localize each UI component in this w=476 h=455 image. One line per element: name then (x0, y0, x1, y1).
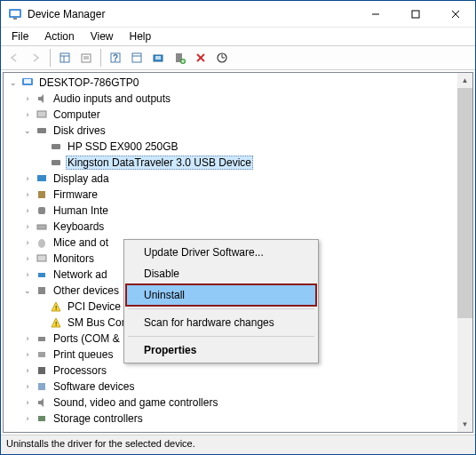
node-computer[interactable]: Computer (52, 108, 102, 121)
node-processors[interactable]: Processors (52, 364, 108, 377)
expand-icon[interactable]: › (21, 222, 34, 231)
menu-file[interactable]: File (4, 28, 36, 44)
collapse-icon[interactable]: ⌄ (21, 126, 34, 135)
vertical-scrollbar[interactable]: ▲ ▼ (457, 73, 472, 432)
expand-icon[interactable]: › (21, 94, 34, 103)
svg-rect-18 (155, 56, 161, 60)
menubar: File Action View Help (1, 28, 475, 45)
svg-rect-35 (37, 225, 46, 229)
window-title: Device Manager (28, 8, 355, 20)
scroll-down-button[interactable]: ▼ (457, 417, 472, 432)
node-mice[interactable]: Mice and ot (52, 236, 110, 249)
node-other[interactable]: Other devices (52, 284, 121, 297)
expand-icon[interactable]: › (21, 366, 34, 375)
collapse-icon[interactable]: ⌄ (21, 286, 34, 295)
menu-action[interactable]: Action (37, 28, 81, 44)
status-bar: Uninstalls the driver for the selected d… (1, 435, 475, 454)
ctx-properties[interactable]: Properties (126, 339, 316, 361)
svg-rect-43 (38, 352, 45, 357)
update-driver-button[interactable] (212, 48, 232, 68)
disk-icon (48, 156, 64, 170)
toolbar: ? (1, 45, 475, 70)
expand-icon[interactable]: › (21, 414, 34, 423)
node-disk-hp[interactable]: HP SSD EX900 250GB (66, 140, 180, 153)
node-monitors[interactable]: Monitors (52, 252, 96, 265)
app-icon (8, 7, 22, 21)
svg-rect-32 (37, 175, 46, 181)
svg-rect-29 (37, 128, 46, 133)
action-button[interactable] (127, 48, 147, 68)
node-pci[interactable]: PCI Device (66, 300, 123, 313)
node-audio[interactable]: Audio inputs and outputs (52, 92, 172, 105)
ctx-update-driver[interactable]: Update Driver Software... (126, 242, 316, 263)
node-firmware[interactable]: Firmware (52, 188, 99, 201)
svg-rect-7 (60, 53, 69, 62)
expand-icon[interactable]: › (21, 110, 34, 119)
node-display[interactable]: Display ada (52, 172, 111, 185)
expand-icon[interactable]: › (21, 254, 34, 263)
menu-view[interactable]: View (83, 28, 121, 44)
expand-icon[interactable]: › (21, 350, 34, 359)
computer-icon (34, 108, 50, 122)
ports-icon (34, 331, 50, 346)
add-hardware-button[interactable] (170, 48, 189, 68)
expand-icon[interactable]: › (21, 190, 34, 199)
expand-icon[interactable]: › (21, 270, 34, 279)
svg-rect-2 (13, 18, 17, 20)
mouse-icon (34, 235, 50, 250)
scroll-thumb[interactable] (457, 88, 472, 318)
svg-rect-4 (412, 11, 419, 18)
warning-icon: ! (48, 299, 64, 314)
show-hide-console-button[interactable] (55, 48, 75, 68)
node-software[interactable]: Software devices (52, 380, 136, 393)
device-tree[interactable]: ⌄DESKTOP-786GTP0 ›Audio inputs and outpu… (3, 72, 473, 433)
svg-rect-46 (38, 416, 45, 421)
ctx-scan[interactable]: Scan for hardware changes (126, 312, 316, 333)
node-network[interactable]: Network ad (52, 268, 109, 281)
network-icon (34, 267, 50, 282)
context-menu: Update Driver Software... Disable Uninst… (123, 239, 319, 363)
help-button[interactable]: ? (106, 48, 125, 68)
svg-rect-31 (52, 160, 60, 165)
expand-icon[interactable]: › (21, 174, 34, 183)
menu-help[interactable]: Help (123, 28, 159, 44)
firmware-icon (34, 188, 50, 202)
ctx-uninstall[interactable]: Uninstall (126, 284, 316, 306)
expand-icon[interactable]: › (21, 382, 34, 391)
forward-button[interactable] (26, 48, 45, 68)
expand-icon[interactable]: › (21, 334, 34, 343)
expand-icon[interactable]: › (21, 238, 34, 247)
svg-rect-38 (38, 273, 45, 277)
ctx-separator (128, 336, 314, 337)
properties-button[interactable] (76, 48, 96, 68)
printer-icon (34, 347, 50, 362)
node-disk-kingston[interactable]: Kingston DataTraveler 3.0 USB Device (66, 156, 253, 170)
node-printq[interactable]: Print queues (52, 348, 115, 361)
minimize-button[interactable] (355, 1, 395, 27)
ctx-disable[interactable]: Disable (126, 263, 316, 284)
root-node[interactable]: DESKTOP-786GTP0 (37, 76, 141, 89)
svg-rect-45 (38, 383, 45, 390)
svg-rect-1 (11, 11, 20, 16)
svg-rect-30 (52, 144, 60, 149)
close-button[interactable] (435, 1, 475, 27)
device-manager-window: Device Manager File Action View Help ? ⌄… (0, 0, 476, 455)
node-keyboards[interactable]: Keyboards (52, 220, 106, 233)
node-disk-drives[interactable]: Disk drives (52, 124, 107, 137)
svg-text:?: ? (113, 53, 118, 63)
node-hid[interactable]: Human Inte (52, 204, 110, 217)
back-button[interactable] (4, 48, 24, 68)
warning-icon: ! (48, 315, 64, 330)
keyboard-icon (34, 220, 50, 234)
uninstall-button[interactable] (191, 48, 210, 68)
scan-hardware-button[interactable] (148, 48, 168, 68)
node-sound[interactable]: Sound, video and game controllers (52, 396, 219, 409)
svg-point-36 (38, 239, 45, 248)
expand-icon[interactable]: › (21, 398, 34, 407)
node-storage[interactable]: Storage controllers (52, 412, 145, 425)
svg-rect-34 (38, 207, 45, 214)
maximize-button[interactable] (395, 1, 435, 27)
collapse-icon[interactable]: ⌄ (7, 78, 20, 87)
scroll-up-button[interactable]: ▲ (457, 73, 472, 88)
expand-icon[interactable]: › (21, 206, 34, 215)
